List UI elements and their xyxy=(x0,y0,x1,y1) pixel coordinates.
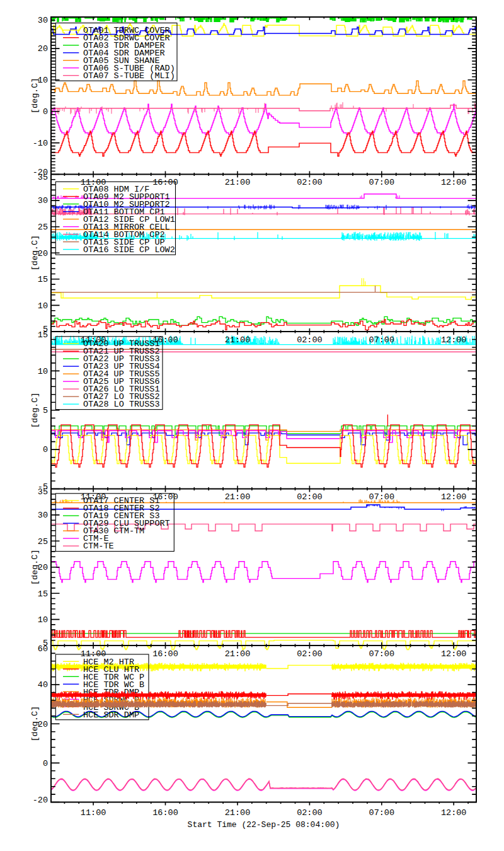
svg-text:15: 15 xyxy=(38,589,48,599)
svg-text:16:00: 16:00 xyxy=(152,649,178,659)
svg-text:0: 0 xyxy=(43,445,48,454)
svg-text:[deg.C]: [deg.C] xyxy=(30,235,40,271)
svg-text:15: 15 xyxy=(38,275,48,284)
svg-text:11:00: 11:00 xyxy=(81,335,106,345)
svg-text:30: 30 xyxy=(38,16,48,25)
svg-text:15: 15 xyxy=(38,330,48,340)
svg-text:0: 0 xyxy=(43,107,48,117)
svg-text:OTA28 LO TRUSS3: OTA28 LO TRUSS3 xyxy=(83,400,160,409)
svg-text:02:00: 02:00 xyxy=(297,492,323,502)
svg-text:-20: -20 xyxy=(33,796,48,805)
svg-text:07:00: 07:00 xyxy=(369,178,395,187)
svg-text:HCE SDR DMP: HCE SDR DMP xyxy=(83,710,139,720)
svg-text:11:00: 11:00 xyxy=(81,178,106,187)
svg-text:16:00: 16:00 xyxy=(152,492,178,502)
svg-text:16:00: 16:00 xyxy=(152,178,178,187)
svg-text:35: 35 xyxy=(38,487,48,497)
svg-text:[deg.C]: [deg.C] xyxy=(30,78,40,113)
svg-text:60: 60 xyxy=(38,644,48,654)
svg-text:12:00: 12:00 xyxy=(441,808,467,818)
svg-text:21:00: 21:00 xyxy=(225,492,251,502)
svg-text:10: 10 xyxy=(38,367,48,376)
svg-text:[deg.C]: [deg.C] xyxy=(30,549,40,585)
svg-text:12:00: 12:00 xyxy=(441,492,467,502)
svg-text:10: 10 xyxy=(38,301,48,311)
svg-text:10: 10 xyxy=(38,615,48,625)
svg-text:02:00: 02:00 xyxy=(297,335,323,345)
svg-text:[deg.C]: [deg.C] xyxy=(30,706,40,742)
svg-text:21:00: 21:00 xyxy=(225,808,251,818)
svg-text:-10: -10 xyxy=(33,139,48,148)
svg-text:30: 30 xyxy=(38,511,48,520)
svg-text:16:00: 16:00 xyxy=(152,808,178,818)
svg-text:02:00: 02:00 xyxy=(297,178,323,187)
svg-text:07:00: 07:00 xyxy=(369,649,395,659)
svg-text:11:00: 11:00 xyxy=(81,649,106,659)
svg-text:5: 5 xyxy=(43,406,48,415)
svg-text:02:00: 02:00 xyxy=(297,808,323,818)
svg-text:11:00: 11:00 xyxy=(81,492,106,502)
svg-text:07:00: 07:00 xyxy=(369,808,395,818)
svg-text:11:00: 11:00 xyxy=(81,808,106,818)
svg-text:16:00: 16:00 xyxy=(152,335,178,345)
svg-text:0: 0 xyxy=(43,759,48,768)
svg-text:CTM-TE: CTM-TE xyxy=(83,541,114,551)
svg-text:21:00: 21:00 xyxy=(225,335,251,345)
svg-text:25: 25 xyxy=(38,223,48,232)
svg-text:25: 25 xyxy=(38,537,48,547)
svg-text:12:00: 12:00 xyxy=(441,178,467,187)
svg-text:Start Time (22-Sep-25 08:04:00: Start Time (22-Sep-25 08:04:00) xyxy=(188,820,340,830)
svg-text:21:00: 21:00 xyxy=(225,178,251,187)
svg-text:20: 20 xyxy=(38,44,48,54)
svg-text:12:00: 12:00 xyxy=(441,649,467,659)
svg-text:07:00: 07:00 xyxy=(369,492,395,502)
svg-text:12:00: 12:00 xyxy=(441,335,467,345)
svg-text:02:00: 02:00 xyxy=(297,649,323,659)
svg-text:OTA07 S-TUBE (MLI): OTA07 S-TUBE (MLI) xyxy=(83,71,175,81)
svg-text:[deg.C]: [deg.C] xyxy=(30,392,40,428)
svg-text:30: 30 xyxy=(38,196,48,206)
svg-text:OTA16 SIDE CP LOW2: OTA16 SIDE CP LOW2 xyxy=(83,245,175,255)
svg-text:07:00: 07:00 xyxy=(369,335,395,345)
svg-text:40: 40 xyxy=(38,680,48,690)
svg-text:35: 35 xyxy=(38,173,48,182)
svg-text:21:00: 21:00 xyxy=(225,649,251,659)
